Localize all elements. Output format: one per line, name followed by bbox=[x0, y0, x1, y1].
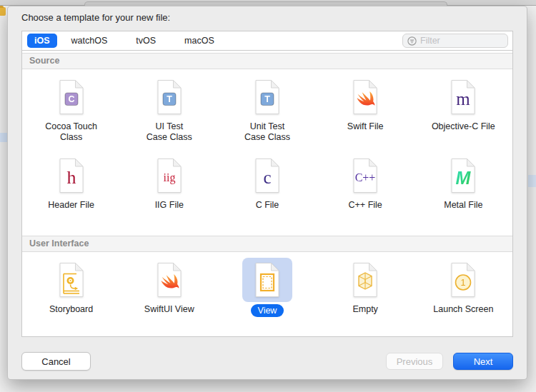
template-item-swift-file[interactable]: Swift File bbox=[317, 79, 415, 142]
template-item-launch-screen[interactable]: 1Launch Screen bbox=[415, 258, 512, 318]
unit-test-case-class-file-icon: T bbox=[253, 79, 282, 115]
template-icon-wrap bbox=[242, 258, 292, 302]
svg-text:T: T bbox=[264, 94, 270, 104]
template-icon-wrap: T bbox=[144, 79, 194, 115]
template-icon-wrap: c bbox=[242, 158, 292, 194]
background-toolbar bbox=[0, 0, 536, 6]
template-icon-wrap: C bbox=[46, 79, 96, 115]
template-icon-wrap: T bbox=[242, 79, 292, 115]
metal-file-icon: M bbox=[449, 158, 477, 194]
template-row: CCocoa Touch Class TUI Test Case Class T… bbox=[22, 79, 512, 142]
template-item-label: Swift File bbox=[347, 121, 384, 132]
section-header-user-interface: User Interface bbox=[22, 236, 512, 252]
screen: Choose a template for your new file: iOS… bbox=[0, 0, 536, 392]
svg-text:1: 1 bbox=[461, 278, 466, 288]
template-item-ui-test-case-class[interactable]: TUI Test Case Class bbox=[120, 79, 218, 142]
filter-funnel-icon bbox=[407, 36, 417, 46]
tab-macos[interactable]: macOS bbox=[177, 34, 222, 48]
svg-text:iig: iig bbox=[163, 171, 175, 184]
objective-c-file-icon: m bbox=[449, 79, 477, 115]
empty-file-icon bbox=[351, 262, 379, 298]
svg-text:C: C bbox=[68, 94, 74, 104]
template-item-label: SwiftUI View bbox=[144, 304, 194, 315]
template-item-label: Objective-C File bbox=[432, 121, 495, 132]
c-file-icon: c bbox=[253, 158, 282, 194]
template-icon-wrap bbox=[340, 79, 390, 115]
svg-text:h: h bbox=[66, 167, 76, 188]
template-icon-wrap bbox=[144, 258, 194, 302]
cancel-button[interactable]: Cancel bbox=[21, 352, 91, 371]
view-file-icon bbox=[253, 262, 282, 298]
template-item-unit-test-case-class[interactable]: TUnit Test Case Class bbox=[218, 79, 316, 142]
svg-text:M: M bbox=[456, 168, 472, 188]
template-icon-wrap: iig bbox=[144, 158, 194, 194]
launch-screen-file-icon: 1 bbox=[449, 262, 477, 298]
template-item-label: Storyboard bbox=[49, 304, 93, 315]
header-file-icon: h bbox=[57, 158, 86, 194]
template-item-cocoa-touch-class[interactable]: CCocoa Touch Class bbox=[22, 79, 120, 142]
swift-file-icon bbox=[351, 79, 379, 115]
filter-input[interactable]: Filter bbox=[402, 34, 508, 48]
template-item-label: Metal File bbox=[444, 200, 482, 211]
tab-tvos[interactable]: tvOS bbox=[129, 34, 163, 48]
template-item-metal-file[interactable]: MMetal File bbox=[415, 158, 512, 211]
template-item-label: Unit Test Case Class bbox=[244, 121, 290, 142]
svg-text:C++: C++ bbox=[355, 171, 376, 184]
iig-file-icon: iig bbox=[155, 158, 184, 194]
template-icon-wrap: h bbox=[46, 158, 96, 194]
template-item-label: UI Test Case Class bbox=[147, 121, 192, 142]
svg-text:m: m bbox=[457, 89, 471, 109]
template-item-storyboard[interactable]: Storyboard bbox=[22, 258, 120, 318]
template-icon-wrap: 1 bbox=[438, 258, 488, 302]
platform-tabbar: iOS watchOS tvOS macOS Filter bbox=[21, 31, 513, 51]
template-item-header-file[interactable]: hHeader File bbox=[22, 158, 120, 211]
template-item-label: IIG File bbox=[155, 200, 184, 211]
template-item-label: Empty bbox=[352, 304, 377, 315]
filter-placeholder: Filter bbox=[420, 36, 440, 46]
background-selection-right bbox=[528, 175, 536, 187]
template-row: hHeader File iigIIG File cC File C++C++ … bbox=[22, 158, 512, 211]
cocoa-touch-class-file-icon: C bbox=[57, 79, 86, 115]
background-folder-icon bbox=[0, 7, 6, 16]
background-selection-left bbox=[0, 133, 7, 142]
next-button[interactable]: Next bbox=[453, 353, 513, 370]
template-item-label: Launch Screen bbox=[433, 304, 493, 315]
template-item-swiftui-view[interactable]: SwiftUI View bbox=[120, 258, 218, 318]
dialog-title: Choose a template for your new file: bbox=[21, 12, 170, 23]
svg-text:T: T bbox=[167, 94, 172, 104]
template-item-c-file[interactable]: C++C++ File bbox=[317, 158, 415, 211]
tab-watchos[interactable]: watchOS bbox=[64, 34, 115, 48]
svg-text:c: c bbox=[263, 168, 271, 187]
template-item-objective-c-file[interactable]: mObjective-C File bbox=[415, 79, 512, 142]
template-item-label: View bbox=[251, 304, 284, 318]
template-item-iig-file[interactable]: iigIIG File bbox=[120, 158, 218, 211]
template-icon-wrap: m bbox=[438, 79, 488, 115]
storyboard-file-icon bbox=[57, 262, 86, 298]
template-icon-wrap: C++ bbox=[340, 158, 390, 194]
cpp-file-icon: C++ bbox=[351, 158, 379, 194]
template-item-c-file[interactable]: cC File bbox=[218, 158, 316, 211]
template-icon-wrap bbox=[340, 258, 390, 302]
template-icon-wrap: M bbox=[438, 158, 488, 194]
template-item-label: C++ File bbox=[349, 200, 382, 211]
template-icon-wrap bbox=[46, 258, 96, 302]
template-item-label: C File bbox=[256, 200, 279, 211]
template-item-empty[interactable]: Empty bbox=[317, 258, 415, 318]
swiftui-view-file-icon bbox=[155, 262, 184, 298]
template-row: Storyboard SwiftUI View View Empty 1Laun… bbox=[22, 258, 512, 318]
ui-test-case-class-file-icon: T bbox=[155, 79, 184, 115]
tab-ios[interactable]: iOS bbox=[27, 34, 57, 48]
template-item-view[interactable]: View bbox=[218, 258, 316, 318]
template-item-label: Header File bbox=[48, 200, 94, 211]
section-header-source: Source bbox=[22, 53, 512, 69]
previous-button[interactable]: Previous bbox=[386, 353, 443, 370]
template-item-label: Cocoa Touch Class bbox=[45, 121, 97, 142]
template-list: Source CCocoa Touch Class TUI Test Case … bbox=[21, 51, 513, 337]
